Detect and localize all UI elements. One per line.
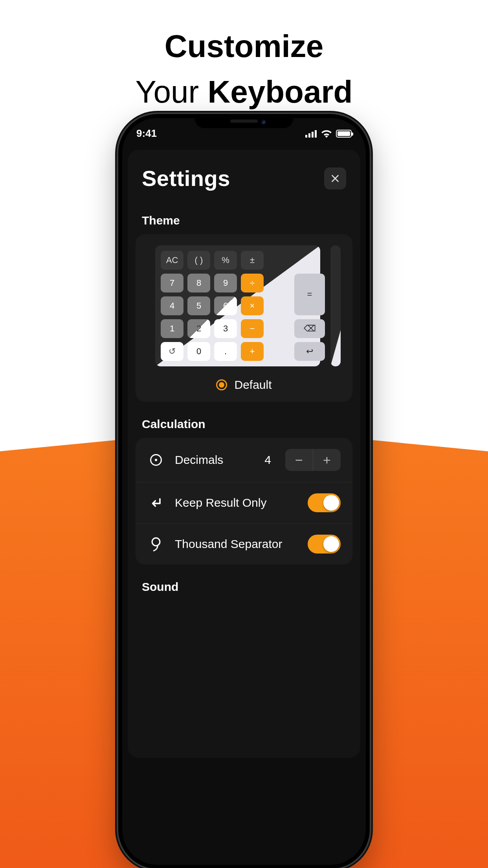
promo-title: Customize Your Keyboard xyxy=(0,24,488,115)
svg-point-2 xyxy=(152,538,160,546)
calc-key-backspace: ⌫ xyxy=(294,319,325,338)
promo-line1: Customize xyxy=(165,29,324,64)
calc-key-2: 2 xyxy=(187,319,210,338)
decimals-label: Decimals xyxy=(175,453,254,467)
promo-line2a: Your xyxy=(136,74,208,109)
calc-key-0: 0 xyxy=(187,342,210,361)
svg-point-1 xyxy=(155,459,157,461)
phone-frame: 9:41 Settings Theme xyxy=(118,114,370,868)
settings-sheet: Settings Theme AC ( ) % ± xyxy=(128,150,360,758)
calc-key-percent: % xyxy=(214,251,237,270)
calc-key-multiply: × xyxy=(241,296,264,315)
calc-key-1: 1 xyxy=(161,319,183,338)
target-icon xyxy=(147,451,165,469)
calc-key-4: 4 xyxy=(161,296,183,315)
row-decimals: Decimals 4 − + xyxy=(136,438,352,482)
battery-icon xyxy=(336,130,352,138)
screen: 9:41 Settings Theme xyxy=(122,118,366,865)
calc-key-7: 7 xyxy=(161,274,183,292)
calc-key-paren: ( ) xyxy=(187,251,210,270)
row-keep-result: Keep Result Only xyxy=(136,482,352,524)
calc-key-blank xyxy=(294,251,325,270)
calc-key-blank xyxy=(268,342,290,361)
calc-key-blank xyxy=(268,274,290,292)
calc-key-3: 3 xyxy=(214,319,237,338)
row-thousand-separator: Thousand Separator xyxy=(136,524,352,565)
promo-line2b: Keyboard xyxy=(207,74,352,109)
calc-key-9: 9 xyxy=(214,274,237,292)
close-button[interactable] xyxy=(324,167,346,189)
calc-key-blank xyxy=(268,319,290,338)
page-title: Settings xyxy=(142,166,230,191)
decimals-increment[interactable]: + xyxy=(313,449,341,471)
calc-key-5: 5 xyxy=(187,296,210,315)
theme-preview-next-peek[interactable] xyxy=(330,245,341,366)
calc-key-plusminus: ± xyxy=(241,251,264,270)
calc-key-undo: ↺ xyxy=(161,342,183,361)
calc-key-divide: ÷ xyxy=(241,274,264,292)
calc-key-plus: + xyxy=(241,342,264,361)
return-icon xyxy=(147,494,165,511)
calc-key-6: 6 xyxy=(214,296,237,315)
notch xyxy=(195,114,293,128)
decimals-decrement[interactable]: − xyxy=(285,449,313,471)
wifi-icon xyxy=(321,129,332,138)
theme-selected-label: Default xyxy=(234,378,272,392)
theme-card: AC ( ) % ± 7 8 9 ÷ = 4 xyxy=(136,234,352,402)
calc-key-ac: AC xyxy=(161,251,183,270)
calc-key-dot: . xyxy=(214,342,237,361)
calc-key-enter: ↩ xyxy=(294,342,325,361)
decimals-value: 4 xyxy=(264,453,271,467)
status-time: 9:41 xyxy=(136,127,157,140)
theme-preview-default[interactable]: AC ( ) % ± 7 8 9 ÷ = 4 xyxy=(155,245,320,366)
section-sound-label: Sound xyxy=(128,565,360,601)
calc-key-blank xyxy=(268,296,290,315)
decimals-stepper: − + xyxy=(285,449,341,471)
keep-result-label: Keep Result Only xyxy=(175,496,297,509)
radio-on-icon xyxy=(216,379,227,390)
theme-selected-indicator[interactable]: Default xyxy=(136,378,352,392)
calc-key-8: 8 xyxy=(187,274,210,292)
keep-result-toggle[interactable] xyxy=(308,493,341,512)
calculation-list: Decimals 4 − + Keep Result Only xyxy=(136,438,352,565)
section-calculation-label: Calculation xyxy=(128,402,360,438)
close-icon xyxy=(330,173,340,184)
thousand-toggle[interactable] xyxy=(308,535,341,554)
calc-key-blank xyxy=(268,251,290,270)
section-theme-label: Theme xyxy=(128,198,360,234)
calc-key-minus: − xyxy=(241,319,264,338)
calc-key-equals: = xyxy=(294,274,325,315)
comma-icon xyxy=(147,535,165,553)
thousand-label: Thousand Separator xyxy=(175,537,297,551)
signal-icon xyxy=(305,130,317,138)
